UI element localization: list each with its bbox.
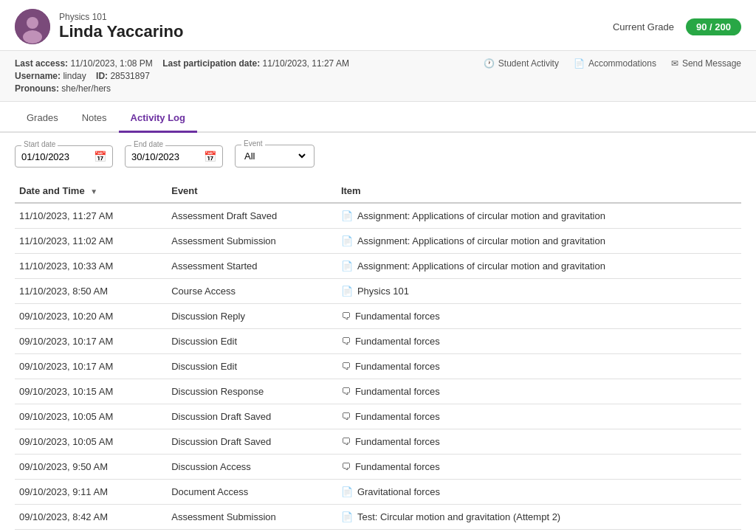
access-line: Last access: 11/10/2023, 1:08 PM Last pa…: [15, 58, 349, 69]
chat-icon: 🗨: [341, 336, 351, 347]
cell-item: 📄Test: Circular motion and gravitation (…: [337, 505, 741, 530]
info-bar: Last access: 11/10/2023, 1:08 PM Last pa…: [0, 51, 756, 102]
item-text: Test: Circular motion and gravitation (A…: [357, 511, 560, 522]
avatar: [15, 9, 50, 44]
cell-event: Assessment Started: [167, 254, 337, 279]
table-row: 09/10/2023, 8:42 AMAssessment Submission…: [15, 505, 741, 530]
start-date-calendar-icon[interactable]: 📅: [94, 151, 106, 162]
mail-icon: ✉: [671, 58, 678, 69]
table-row: 11/10/2023, 11:27 AMAssessment Draft Sav…: [15, 203, 741, 229]
chat-icon: 🗨: [341, 461, 351, 472]
cell-datetime: 09/10/2023, 10:17 AM: [15, 354, 167, 379]
cell-datetime: 09/10/2023, 10:20 AM: [15, 304, 167, 329]
tab-notes[interactable]: Notes: [70, 105, 119, 133]
course-label: Physics 101: [59, 12, 183, 22]
avatar-image: [15, 9, 50, 44]
student-activity-button[interactable]: 🕐 Student Activity: [484, 58, 559, 69]
tab-grades[interactable]: Grades: [15, 105, 70, 133]
document-icon: 📄: [341, 210, 353, 221]
id-label: ID:: [96, 71, 108, 81]
table-row: 09/10/2023, 10:15 AMDiscussion Response🗨…: [15, 379, 741, 404]
item-text: Assignment: Applications of circular mot…: [357, 235, 605, 246]
username-label: Username:: [15, 71, 61, 81]
col-item-label: Item: [341, 185, 361, 196]
doc-icon: 📄: [574, 58, 585, 69]
cell-event: Assessment Draft Saved: [167, 203, 337, 229]
accommodations-button[interactable]: 📄 Accommodations: [574, 58, 656, 69]
cell-item: 📄Physics 101: [337, 279, 741, 304]
item-text: Fundamental forces: [355, 336, 440, 347]
cell-item: 📄Assignment: Applications of circular mo…: [337, 229, 741, 254]
end-date-inner: 📅: [126, 146, 222, 167]
table-row: 09/10/2023, 10:05 AMDiscussion Draft Sav…: [15, 404, 741, 429]
info-right: 🕐 Student Activity 📄 Accommodations ✉ Se…: [484, 58, 741, 69]
table-row: 09/10/2023, 9:11 AMDocument Access📄Gravi…: [15, 480, 741, 505]
cell-event: Discussion Draft Saved: [167, 404, 337, 429]
end-date-calendar-icon[interactable]: 📅: [204, 151, 216, 162]
item-text: Fundamental forces: [355, 361, 440, 372]
chat-icon: 🗨: [341, 386, 351, 397]
cell-datetime: 11/10/2023, 11:27 AM: [15, 203, 167, 229]
cell-datetime: 09/10/2023, 10:05 AM: [15, 404, 167, 429]
cell-event: Assessment Submission: [167, 505, 337, 530]
item-text: Fundamental forces: [355, 411, 440, 422]
table-row: 09/10/2023, 10:17 AMDiscussion Edit🗨Fund…: [15, 329, 741, 354]
svg-point-1: [27, 17, 38, 29]
end-date-fieldset: End date 📅: [125, 145, 223, 167]
table-row: 09/10/2023, 10:17 AMDiscussion Edit🗨Fund…: [15, 354, 741, 379]
event-legend: Event: [241, 139, 265, 148]
document-icon: 📄: [341, 286, 353, 297]
table-row: 09/10/2023, 9:50 AMDiscussion Access🗨Fun…: [15, 455, 741, 480]
table-row: 11/10/2023, 11:02 AMAssessment Submissio…: [15, 229, 741, 254]
grade-badge: 90 / 200: [686, 18, 741, 35]
item-text: Physics 101: [357, 286, 409, 297]
end-date-input[interactable]: [131, 151, 198, 162]
start-date-inner: 📅: [16, 146, 112, 167]
table-body: 11/10/2023, 11:27 AMAssessment Draft Sav…: [15, 203, 741, 530]
col-datetime: Date and Time ▼: [15, 179, 167, 203]
table-row: 11/10/2023, 10:33 AMAssessment Started📄A…: [15, 254, 741, 279]
event-select[interactable]: AllAssessment Draft SavedAssessment Subm…: [241, 150, 308, 162]
sort-arrow-icon[interactable]: ▼: [90, 187, 97, 196]
cell-event: Assessment Submission: [167, 229, 337, 254]
col-item: Item: [337, 179, 741, 203]
cell-item: 📄Gravitational forces: [337, 480, 741, 505]
table-row: 09/10/2023, 10:05 AMDiscussion Draft Sav…: [15, 429, 741, 455]
cell-event: Discussion Draft Saved: [167, 429, 337, 455]
cell-item: 🗨Fundamental forces: [337, 329, 741, 354]
send-message-button[interactable]: ✉ Send Message: [671, 58, 741, 69]
cell-item: 📄Assignment: Applications of circular mo…: [337, 254, 741, 279]
chat-icon: 🗨: [341, 361, 351, 372]
student-activity-label: Student Activity: [498, 58, 559, 69]
cell-item: 🗨Fundamental forces: [337, 354, 741, 379]
end-date-field: End date 📅: [125, 145, 223, 167]
tabs-bar: Grades Notes Activity Log: [0, 105, 756, 133]
tab-activity-log[interactable]: Activity Log: [119, 105, 197, 133]
table-section: Date and Time ▼ Event Item 11/10/2023, 1…: [0, 173, 756, 530]
header-name-section: Physics 101 Linda Yaccarino: [59, 12, 183, 41]
document-icon: 📄: [341, 235, 353, 246]
cell-event: Discussion Reply: [167, 304, 337, 329]
activity-table: Date and Time ▼ Event Item 11/10/2023, 1…: [15, 179, 741, 530]
event-field: Event AllAssessment Draft SavedAssessmen…: [235, 145, 315, 167]
cell-item: 📄Assignment: Applications of circular mo…: [337, 203, 741, 229]
event-inner: AllAssessment Draft SavedAssessment Subm…: [236, 145, 314, 167]
cell-event: Discussion Access: [167, 455, 337, 480]
start-date-legend: Start date: [21, 140, 58, 148]
student-name: Linda Yaccarino: [59, 22, 183, 41]
cell-datetime: 11/10/2023, 8:50 AM: [15, 279, 167, 304]
cell-event: Discussion Edit: [167, 329, 337, 354]
cell-event: Discussion Edit: [167, 354, 337, 379]
item-text: Fundamental forces: [355, 436, 440, 447]
document-icon: 📄: [341, 260, 353, 272]
accommodations-label: Accommodations: [588, 58, 656, 69]
header-right: Current Grade 90 / 200: [613, 18, 741, 35]
col-event: Event: [167, 179, 337, 203]
start-date-input[interactable]: [21, 151, 88, 162]
col-event-label: Event: [171, 185, 197, 196]
last-participation-label: Last participation date:: [162, 58, 260, 69]
cell-datetime: 09/10/2023, 10:17 AM: [15, 329, 167, 354]
item-text: Fundamental forces: [355, 461, 440, 472]
current-grade-label: Current Grade: [613, 21, 674, 32]
document-icon: 📄: [341, 486, 353, 497]
